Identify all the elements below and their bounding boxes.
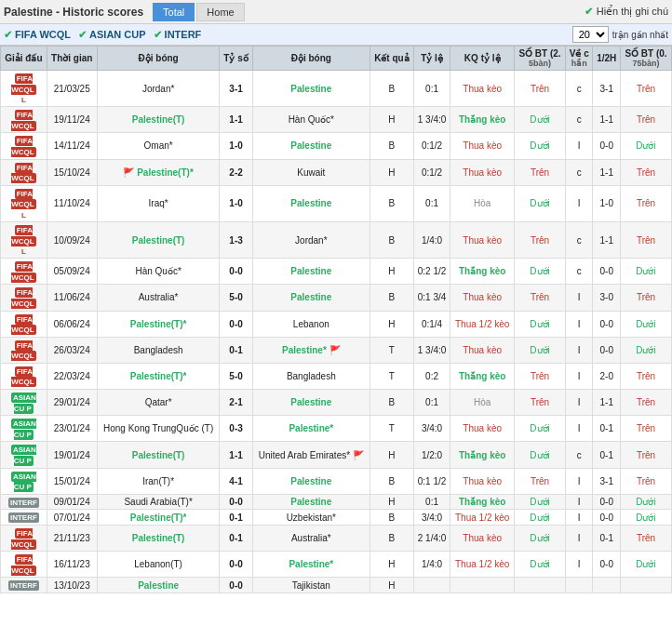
asiancup-check: ✔ [78, 29, 87, 41]
team1-cell[interactable]: Iraq* [97, 185, 220, 221]
kq-cell: B [370, 390, 413, 416]
tyle-cell: 0:1/2 [413, 133, 450, 159]
team1-cell[interactable]: Hong Kong TrungQuốc (T) [97, 416, 220, 442]
half-cell: 1-1 [593, 107, 621, 133]
tyle-cell: 0:1 1/2 [413, 468, 450, 494]
sobt2-cell: Dưới [621, 311, 672, 337]
tyle-cell: 1/4:0 [413, 221, 450, 258]
half-cell: 3-1 [593, 468, 621, 494]
team2-cell[interactable]: Palestine [252, 390, 370, 416]
note-toggle[interactable]: ✔ Hiển thị ghi chú [585, 6, 668, 18]
team2-cell[interactable]: Palestine [252, 133, 370, 159]
half-cell: 0-0 [593, 133, 621, 159]
team2-cell[interactable]: Palestine [252, 71, 370, 107]
tyle-cell: 0:1/2 [413, 159, 450, 185]
sobt2-cell: Trên [621, 159, 672, 185]
team1-cell[interactable]: Palestine(T)* [97, 363, 220, 389]
date-cell: 19/01/24 [47, 442, 97, 468]
recent-label: trận gần nhất [612, 30, 668, 40]
team2-cell[interactable]: Palestine [252, 494, 370, 510]
vec-cell: c [565, 259, 592, 285]
team1-cell[interactable]: Palestine(T)* [97, 510, 220, 526]
vec-cell: c [565, 71, 592, 107]
half-cell: 3-1 [593, 71, 621, 107]
half-cell: 0-0 [593, 510, 621, 526]
tyle-cell: 0:2 1/2 [413, 259, 450, 285]
kq-cell: B [370, 185, 413, 221]
team2-cell[interactable]: United Arab Emirates* 🚩 [252, 442, 370, 468]
date-cell: 19/11/24 [47, 107, 97, 133]
tab-total[interactable]: Total [153, 3, 195, 21]
score-cell: 1-3 [220, 221, 252, 258]
team2-cell[interactable]: Palestine [252, 259, 370, 285]
filter-asiancup[interactable]: ✔ ASIAN CUP [78, 29, 146, 41]
sobt2-cell: Trên [621, 468, 672, 494]
sobt1-cell: Trên [515, 221, 566, 258]
team1-cell[interactable]: Palestine(T)* [97, 311, 220, 337]
score-cell: 0-1 [220, 337, 252, 363]
filter-fifawcql[interactable]: ✔ FIFA WCQL [4, 29, 71, 41]
tab-home[interactable]: Home [196, 3, 244, 21]
vec-cell: I [565, 311, 592, 337]
team1-cell[interactable]: Hàn Quốc* [97, 259, 220, 285]
team1-cell[interactable]: Australia* [97, 285, 220, 311]
date-cell: 29/01/24 [47, 390, 97, 416]
team2-cell[interactable]: Palestine* [252, 416, 370, 442]
team2-cell[interactable]: Jordan* [252, 221, 370, 258]
kqtyle-cell: Thắng kèo [450, 363, 515, 389]
col-half: 1/2H [593, 47, 621, 71]
team1-cell[interactable]: Oman* [97, 133, 220, 159]
team2-cell[interactable]: Palestine* [252, 552, 370, 578]
team2-cell[interactable]: Palestine [252, 185, 370, 221]
sobt1-cell: Trên [515, 390, 566, 416]
team1-cell[interactable]: Jordan* [97, 71, 220, 107]
team2-cell[interactable]: Tajikistan [252, 578, 370, 593]
score-cell: 1-1 [220, 442, 252, 468]
vec-cell: I [565, 510, 592, 526]
team1-cell[interactable]: 🚩 Palestine(T)* [97, 159, 220, 185]
team2-cell[interactable]: Uzbekistan* [252, 510, 370, 526]
team2-cell[interactable]: Palestine* 🚩 [252, 337, 370, 363]
team2-cell[interactable]: Palestine [252, 285, 370, 311]
kq-cell: H [370, 494, 413, 510]
team2-cell[interactable]: Bangladesh [252, 363, 370, 389]
sobt1-cell: Dưới [515, 510, 566, 526]
fifawcql-label: FIFA WCQL [15, 29, 71, 40]
team2-cell[interactable]: Australia* [252, 526, 370, 552]
score-cell: 4-1 [220, 468, 252, 494]
sobt1-cell: Dưới [515, 416, 566, 442]
tab-group: Total Home [153, 3, 247, 21]
team1-cell[interactable]: Bangladesh [97, 337, 220, 363]
sobt1-cell: Trên [515, 159, 566, 185]
sobt2-cell: Trên [621, 526, 672, 552]
team1-cell[interactable]: Qatar* [97, 390, 220, 416]
team1-cell[interactable]: Palestine(T) [97, 107, 220, 133]
team1-cell[interactable]: Saudi Arabia(T)* [97, 494, 220, 510]
kqtyle-cell: Thắng kèo [450, 259, 515, 285]
team1-cell[interactable]: Iran(T)* [97, 468, 220, 494]
col-team1: Đội bóng [97, 47, 220, 71]
filter-interf[interactable]: ✔ INTERF [154, 29, 202, 41]
team2-cell[interactable]: Hàn Quốc* [252, 107, 370, 133]
team2-cell[interactable]: Palestine [252, 468, 370, 494]
sobt2-cell: Trên [621, 221, 672, 258]
team1-cell[interactable]: Palestine(T) [97, 442, 220, 468]
team1-cell[interactable]: Palestine(T) [97, 221, 220, 258]
kq-cell: H [370, 578, 413, 593]
kq-cell: B [370, 468, 413, 494]
table-row: FIFAWCQL 19/11/24 Palestine(T) 1-1 Hàn Q… [1, 107, 672, 133]
score-cell: 1-0 [220, 185, 252, 221]
team2-cell[interactable]: Kuwait [252, 159, 370, 185]
team1-cell[interactable]: Lebanon(T) [97, 552, 220, 578]
team2-cell[interactable]: Lebanon [252, 311, 370, 337]
score-cell: 0-0 [220, 311, 252, 337]
team1-cell[interactable]: Palestine [97, 578, 220, 593]
team1-cell[interactable]: Palestine(T) [97, 526, 220, 552]
kqtyle-cell: Thua kèo [450, 221, 515, 258]
sobt1-cell: Dưới [515, 107, 566, 133]
count-select[interactable]: 201030 [572, 26, 609, 43]
col-sobt2: SỐ BT (0.75bàn) [621, 47, 672, 71]
tyle-cell: 0:1/4 [413, 311, 450, 337]
vec-cell [565, 578, 592, 593]
vec-cell: I [565, 337, 592, 363]
